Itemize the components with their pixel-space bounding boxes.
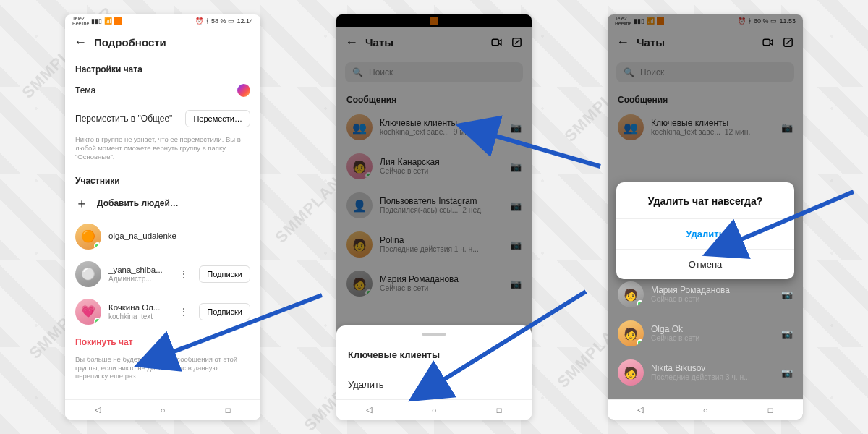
battery-icon: ▭ [228,17,234,25]
chat-row[interactable]: 🧑 Nikita Bikusov Последние действия 3 ч.… [608,353,803,392]
status-bar: Tele2 Beeline ▮▮▯ 📶 ⏰ ᚼ 58 % ▭ 12:14 [65,14,260,27]
add-people-label: Добавить людей… [97,198,179,208]
dim-overlay [336,14,532,346]
back-button[interactable]: ← [74,35,87,50]
theme-color-icon [237,84,250,97]
member-sub: Администр... [109,275,169,283]
nav-back-icon[interactable]: ◁ [92,404,103,416]
clock: 12:14 [237,17,253,25]
avatar: 🟠 [75,224,101,250]
online-dot-icon [94,318,101,325]
move-hint: Никто в группе не узнает, что ее перемес… [65,134,260,169]
dialog-delete-button[interactable]: Удалить [616,218,794,249]
nav-back-icon[interactable]: ◁ [634,404,646,416]
camera-icon[interactable]: 📷 [781,367,793,378]
online-dot-icon [637,339,644,346]
signal-icon: ▮▮▯ [91,17,102,25]
dialog-title: Удалить чат навсегда? [616,182,794,218]
dialog-cancel-button[interactable]: Отмена [616,249,794,279]
sheet-title: Ключевые клиенты [336,340,532,370]
alarm-icon: ⏰ [195,17,203,25]
leave-chat-button[interactable]: Покинуть чат [65,331,260,354]
more-icon[interactable]: ⋮ [176,268,192,280]
chat-sub: Сейчас в сети [651,295,774,303]
member-row[interactable]: 💗 Кочкина Ол... kochkina_text ⋮ Подписки [65,293,260,331]
avatar: 🧑 [618,281,644,307]
chat-name: Мария Ромаданова [651,286,774,295]
nav-recent-icon[interactable]: □ [493,404,505,416]
battery-level: 58 % [211,17,226,25]
member-row[interactable]: ⚪ _yana_shiba... Администр... ⋮ Подписки [65,255,260,293]
theme-row[interactable]: Тема [65,77,260,103]
chat-name: Olga Ok [651,325,774,334]
android-nav-bar: ◁ ○ □ [608,399,803,420]
nav-recent-icon[interactable]: □ [222,404,234,416]
member-row[interactable]: 🟠 olga_na_udalenke [65,218,260,255]
sim-icon [114,17,122,25]
carrier-2: Beeline [72,21,89,26]
action-sheet: Ключевые клиенты Удалить [336,326,532,399]
follow-button[interactable]: Подписки [199,265,250,283]
section-members: Участники [65,169,260,189]
plus-icon: ＋ [75,195,88,212]
nav-home-icon[interactable]: ○ [428,404,440,416]
carrier-1: Tele2 [72,16,89,21]
move-row: Переместить в "Общее" Перемести… [65,103,260,134]
follow-button[interactable]: Подписки [199,303,250,320]
camera-icon[interactable]: 📷 [781,289,793,300]
chat-row[interactable]: 🧑 Мария Ромаданова Сейчас в сети 📷 [608,275,803,314]
sheet-delete-button[interactable]: Удалить [336,370,532,399]
phone-chats-dialog: Tele2 Beeline ▮▮▯ 📶 ⏰ ᚼ 60 % ▭ 11:53 ← Ч… [608,14,803,420]
move-label: Переместить в "Общее" [75,114,178,124]
avatar: 🧑 [618,359,644,386]
avatar: ⚪ [75,261,101,287]
sheet-handle-icon[interactable] [422,333,446,336]
member-name: Кочкина Ол... [109,303,169,312]
leave-chat-hint: Вы больше не будете получать сообщения о… [65,354,260,388]
avatar: 🧑 [618,320,644,346]
header: ← Подробности [65,27,260,57]
camera-icon[interactable]: 📷 [781,328,793,339]
nav-home-icon[interactable]: ○ [699,404,711,416]
online-dot-icon [637,300,644,307]
member-sub: kochkina_text [109,312,169,320]
avatar: 💗 [75,299,101,325]
android-nav-bar: ◁ ○ □ [336,399,532,420]
section-chat-settings: Настройки чата [65,57,260,77]
member-name: _yana_shiba... [109,265,169,275]
page-title: Подробности [94,36,166,48]
add-people-row[interactable]: ＋ Добавить людей… [65,189,260,218]
chat-sub: Последние действия 3 ч. н... [651,373,774,381]
theme-label: Тема [75,85,230,95]
member-name: olga_na_udalenke [109,231,250,241]
phone-details: Tele2 Beeline ▮▮▯ 📶 ⏰ ᚼ 58 % ▭ 12:14 ← П… [65,14,260,420]
nav-back-icon[interactable]: ◁ [363,404,375,416]
nav-recent-icon[interactable]: □ [765,404,776,416]
phone-chats-sheet: ← Чаты 🔍 Поиск Сообщения 👥 Ключевые клие… [336,14,532,420]
chat-row[interactable]: 🧑 Olga Ok Сейчас в сети 📷 [608,314,803,353]
more-icon[interactable]: ⋮ [176,306,192,318]
delete-dialog: Удалить чат навсегда? Удалить Отмена [616,182,794,279]
android-nav-bar: ◁ ○ □ [65,399,260,420]
leave-chat-label: Покинуть чат [75,337,133,347]
move-button[interactable]: Перемести… [185,110,250,127]
online-dot-icon [94,242,101,250]
chat-sub: Сейчас в сети [651,334,774,342]
bt-icon: ᚼ [205,17,209,25]
wifi-icon: 📶 [104,17,112,25]
nav-home-icon[interactable]: ○ [157,404,169,416]
chat-name: Nikita Bikusov [651,364,774,373]
